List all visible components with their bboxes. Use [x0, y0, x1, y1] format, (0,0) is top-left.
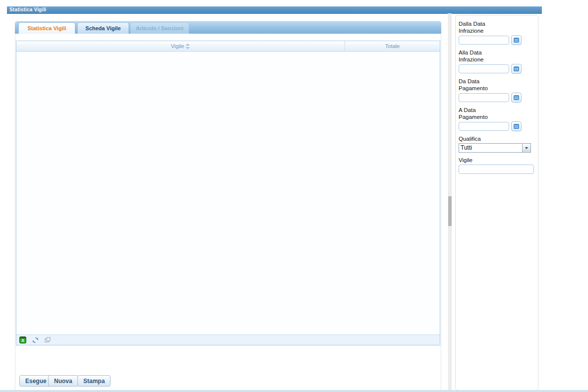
results-grid: Vigile Totale X — [16, 41, 440, 345]
da-data-pagamento-calendar-button[interactable] — [511, 93, 522, 103]
field-qualifica: Qualifica Tutti — [459, 135, 538, 153]
tab-articolo-sanzioni: Articolo / Sanzioni — [130, 22, 189, 34]
a-data-pagamento-calendar-button[interactable] — [511, 121, 522, 131]
field-a-data-pagamento: A Data Pagamento — [459, 107, 538, 131]
grid-body-empty — [16, 52, 440, 335]
qualifica-dropdown-button[interactable] — [522, 144, 530, 152]
window-title: Statistica Vigili — [7, 6, 542, 13]
vigile-input[interactable] — [459, 165, 534, 174]
filter-panel: Dalla Data Infrazione Alla Data Infrazio… — [455, 15, 538, 391]
da-data-pagamento-label: Da Data Pagamento — [459, 78, 501, 92]
open-popup-button[interactable] — [44, 336, 52, 344]
dalla-data-infrazione-input[interactable] — [459, 36, 509, 45]
esegue-button[interactable]: Esegue — [19, 375, 53, 387]
excel-export-button[interactable]: X — [19, 336, 27, 344]
grid-bottom-toolbar: X — [16, 335, 440, 345]
vigile-label: Vigile — [459, 157, 501, 164]
column-header-vigile[interactable]: Vigile — [16, 41, 345, 51]
calendar-icon — [514, 38, 519, 43]
panel-splitter[interactable] — [448, 13, 452, 390]
refresh-icon — [32, 337, 39, 343]
field-alla-data-infrazione: Alla Data Infrazione — [459, 49, 538, 74]
tab-statistica-vigili[interactable]: Statistica Vigili — [18, 22, 75, 34]
window-titlebar: Statistica Vigili — [7, 6, 542, 14]
column-header-totale-label: Totale — [385, 41, 400, 51]
page-bottom-border — [0, 390, 588, 392]
alla-data-infrazione-calendar-button[interactable] — [511, 64, 522, 74]
field-vigile: Vigile — [459, 157, 538, 174]
calendar-icon — [514, 95, 519, 100]
alla-data-infrazione-input[interactable] — [459, 64, 509, 73]
column-header-totale[interactable]: Totale — [345, 41, 440, 51]
da-data-pagamento-input[interactable] — [459, 93, 509, 102]
splitter-handle[interactable] — [448, 196, 452, 226]
dalla-data-infrazione-calendar-button[interactable] — [511, 35, 522, 45]
field-dalla-data-infrazione: Dalla Data Infrazione — [459, 20, 538, 45]
sort-both-icon — [185, 44, 190, 49]
dalla-data-infrazione-label: Dalla Data Infrazione — [459, 20, 501, 34]
field-da-data-pagamento: Da Data Pagamento — [459, 78, 538, 103]
qualifica-label: Qualifica — [459, 135, 501, 142]
column-header-vigile-label: Vigile — [171, 41, 184, 51]
refresh-button[interactable] — [31, 336, 39, 344]
a-data-pagamento-input[interactable] — [459, 122, 509, 131]
qualifica-select[interactable]: Tutti — [459, 143, 531, 153]
nuova-button[interactable]: Nuova — [48, 375, 78, 387]
stampa-button[interactable]: Stampa — [77, 375, 111, 387]
dropdown-arrow-icon — [525, 147, 528, 149]
tab-scheda-vigile[interactable]: Scheda Vigile — [77, 22, 129, 34]
qualifica-selected-value: Tutti — [459, 144, 522, 152]
a-data-pagamento-label: A Data Pagamento — [459, 107, 501, 120]
open-in-new-window-icon — [45, 337, 51, 343]
excel-export-icon: X — [19, 336, 26, 343]
alla-data-infrazione-label: Alla Data Infrazione — [459, 49, 501, 63]
tab-strip: Statistica Vigili Scheda Vigile Articolo… — [15, 21, 441, 34]
calendar-icon — [514, 66, 519, 71]
calendar-icon — [514, 124, 519, 129]
grid-header-row: Vigile Totale — [16, 41, 440, 52]
svg-text:X: X — [21, 338, 24, 343]
